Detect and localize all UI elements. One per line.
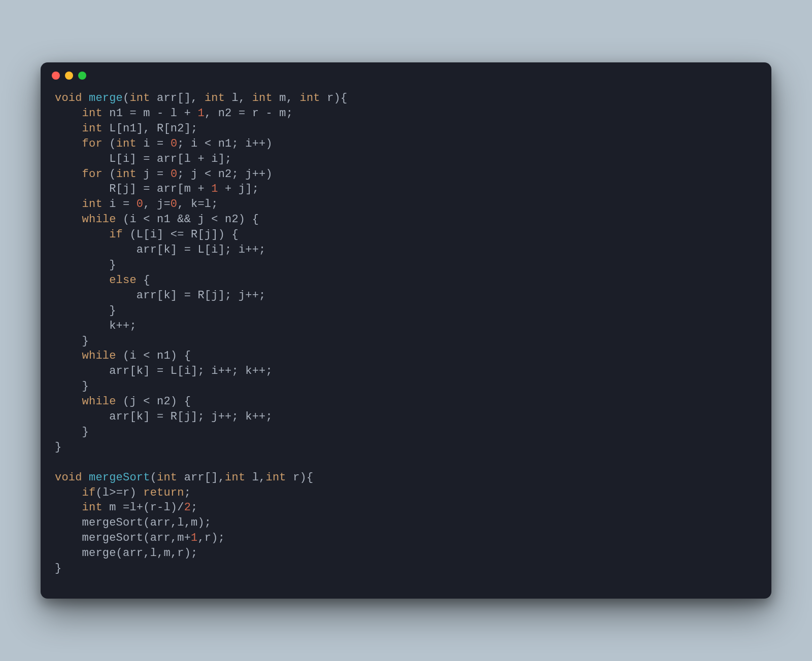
token-num: 1 — [197, 107, 204, 120]
token-kw: int — [116, 137, 137, 150]
token-kw: else — [109, 274, 137, 287]
code-window: void merge(int arr[], int l, int m, int … — [41, 62, 771, 599]
token-kw: int — [205, 92, 225, 105]
token-num: 2 — [184, 501, 191, 514]
minimize-icon[interactable] — [65, 72, 73, 80]
token-num: 0 — [171, 198, 177, 211]
token-kw: int — [266, 471, 286, 484]
stage: void merge(int arr[], int l, int m, int … — [0, 0, 812, 661]
token-kw: int — [252, 92, 273, 105]
code-block: void merge(int arr[], int l, int m, int … — [41, 89, 771, 580]
token-kw: int — [300, 92, 320, 105]
token-kw: while — [82, 213, 116, 226]
token-num: 1 — [191, 532, 197, 544]
token-kw: void — [55, 471, 82, 484]
token-kw: if — [82, 486, 96, 499]
zoom-icon[interactable] — [78, 72, 86, 80]
token-num: 0 — [171, 137, 177, 150]
token-kw: while — [82, 350, 116, 362]
token-kw: void — [55, 92, 82, 105]
token-kw: return — [143, 486, 184, 499]
token-num: 0 — [137, 198, 143, 211]
token-kw: int — [82, 107, 103, 120]
token-kw: while — [82, 395, 116, 408]
token-kw: int — [82, 122, 103, 135]
token-kw: int — [82, 501, 103, 514]
close-icon[interactable] — [52, 72, 60, 80]
token-fn: merge — [89, 92, 123, 105]
token-num: 0 — [171, 168, 177, 181]
token-kw: int — [129, 92, 150, 105]
token-kw: int — [82, 198, 103, 211]
token-fn: mergeSort — [89, 471, 150, 484]
window-titlebar — [41, 62, 771, 89]
token-kw: int — [225, 471, 245, 484]
token-kw: int — [116, 168, 137, 181]
token-kw: if — [109, 228, 123, 241]
token-kw: int — [157, 471, 177, 484]
token-num: 1 — [211, 183, 218, 195]
token-kw: for — [82, 168, 103, 181]
token-kw: for — [82, 137, 103, 150]
